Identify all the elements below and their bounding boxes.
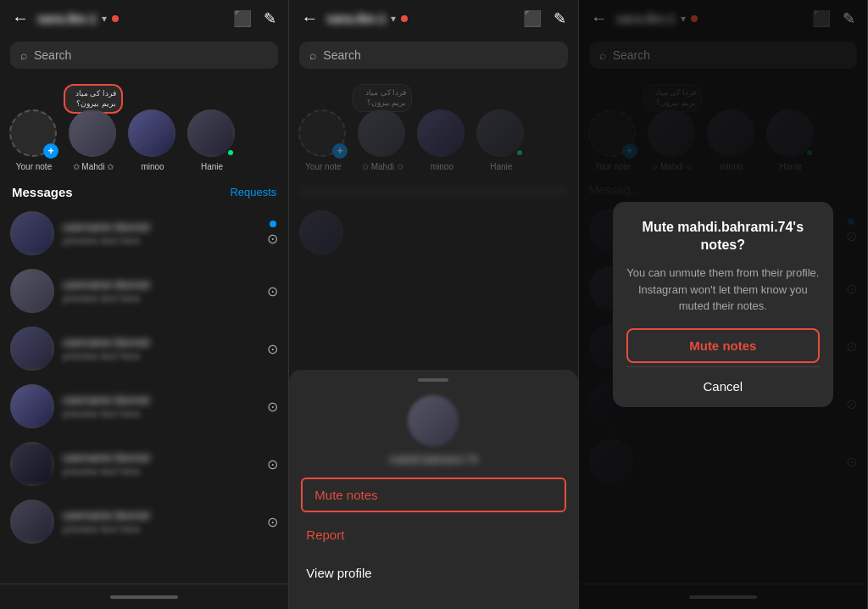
search-label-middle: Search [323, 48, 360, 62]
message-item[interactable]: username blurred preview text here ⊙ [0, 204, 288, 262]
mute-dialog: Mute mahdi.bahrami.74's notes? You can u… [613, 202, 833, 406]
minoo-avatar-wrap [128, 109, 177, 159]
requests-link[interactable]: Requests [230, 186, 276, 198]
video-icon[interactable]: ⬛ [233, 9, 252, 28]
message-avatar [10, 327, 54, 371]
back-button-middle[interactable]: ← [301, 8, 318, 28]
message-list-left: username blurred preview text here ⊙ use… [0, 204, 288, 584]
search-icon-middle: ⌕ [309, 48, 316, 62]
story-your-note[interactable]: + Your note [8, 109, 59, 171]
story-minoo[interactable]: minoo [127, 109, 178, 171]
message-name: username blurred [63, 221, 259, 233]
message-avatar [10, 500, 54, 544]
status-dot-middle [401, 15, 408, 22]
sheet-avatar-section: mahdi.bahrami.74 [289, 387, 577, 478]
camera-icon[interactable]: ⊙ [267, 456, 278, 472]
message-right: ⊙ [267, 283, 278, 299]
story-hanie[interactable]: Hanie [186, 109, 237, 171]
story-minoo-m[interactable]: minoo [416, 109, 467, 171]
add-btn-m[interactable]: + [332, 143, 348, 159]
message-item[interactable]: username blurred preview text here ⊙ [0, 493, 288, 550]
stories-row-middle: + Your note فردا کی میادبریم بیرون؟ ✩ Ma… [289, 75, 577, 178]
username-area-middle: sara.ibn.1 ▾ [326, 11, 514, 25]
story-hanie-m[interactable]: Hanie [476, 109, 526, 171]
message-item[interactable]: username blurred preview text here ⊙ [0, 320, 288, 377]
edit-icon[interactable]: ✎ [264, 9, 276, 28]
story-wrap-m: + [298, 109, 348, 159]
message-item[interactable]: username blurred preview text here ⊙ [0, 377, 288, 435]
dialog-body: You can unmute them from their profile. … [626, 265, 820, 315]
story-mahdi-m[interactable]: فردا کی میادبریم بیرون؟ ✩ Mahdi ✩ [357, 109, 408, 171]
message-preview: preview text here [63, 466, 259, 478]
story-mahdi[interactable]: فردا کی میادبریم بیرون؟ ✩ Mahdi ✩ [68, 109, 119, 171]
message-name: username blurred [63, 394, 259, 406]
add-story-button[interactable]: + [43, 143, 58, 159]
home-indicator [110, 595, 178, 599]
minoo-label: minoo [141, 162, 164, 171]
minoo-wrap-m [417, 109, 466, 159]
camera-icon[interactable]: ⊙ [267, 341, 278, 357]
dialog-divider [626, 366, 820, 367]
your-note-label: Your note [16, 162, 52, 171]
message-content: username blurred preview text here [63, 221, 259, 247]
message-avatar [10, 384, 54, 428]
camera-icon[interactable]: ⊙ [267, 399, 278, 415]
video-icon-middle[interactable]: ⬛ [523, 9, 542, 28]
edit-icon-middle[interactable]: ✎ [554, 9, 566, 28]
header-middle: ← sara.ibn.1 ▾ ⬛ ✎ [289, 0, 577, 36]
story-item-m[interactable]: + Your note [298, 109, 348, 171]
header-left: ← sara.ibn.1 ▾ ⬛ ✎ [0, 0, 288, 36]
message-content: username blurred preview text here [63, 336, 259, 362]
header-icons-middle: ⬛ ✎ [523, 9, 566, 28]
message-item[interactable]: username blurred preview text here ⊙ [0, 435, 288, 493]
sheet-handle [418, 378, 448, 382]
messages-title: Messages [12, 185, 73, 199]
unread-dot [270, 221, 276, 227]
message-name: username blurred [63, 451, 259, 464]
bottom-sheet: mahdi.bahrami.74 Mute notes Report View … [289, 370, 577, 609]
message-name: username blurred [63, 278, 259, 291]
note-bubble-m: فردا کی میادبریم بیرون؟ [353, 84, 412, 112]
status-dot [112, 15, 119, 22]
stories-row-left: + Your note فردا کی میادبریم بیرون؟ ✩ Ma… [0, 75, 288, 178]
message-preview: preview text here [63, 350, 259, 362]
message-right: ⊙ [267, 399, 278, 415]
message-preview: preview text here [63, 293, 259, 304]
your-note-avatar-wrap: + [9, 109, 58, 159]
mahdi-label: ✩ Mahdi ✩ [73, 162, 114, 171]
message-content: username blurred preview text here [63, 451, 259, 478]
hanie-wrap-m [476, 109, 526, 159]
search-bar-middle[interactable]: ⌕ Search [299, 42, 567, 69]
search-bar-left[interactable]: ⌕ Search [10, 42, 278, 69]
camera-icon[interactable]: ⊙ [267, 231, 278, 247]
username-left: sara.ibn.1 [37, 11, 97, 25]
sheet-options: Mute notes Report View profile [289, 478, 577, 609]
back-button[interactable]: ← [12, 8, 29, 28]
mute-notes-button[interactable]: Mute notes [301, 478, 565, 512]
report-button[interactable]: Report [289, 516, 577, 554]
message-content: username blurred preview text here [63, 278, 259, 304]
message-right: ⊙ [267, 514, 278, 530]
camera-icon[interactable]: ⊙ [267, 514, 278, 530]
message-right: ⊙ [267, 341, 278, 357]
camera-icon[interactable]: ⊙ [267, 283, 278, 299]
mahdi-avatar-wrap: فردا کی میادبریم بیرون؟ [69, 109, 118, 159]
username-area: sara.ibn.1 ▾ [37, 11, 225, 25]
message-name: username blurred [63, 509, 259, 522]
online-dot [226, 148, 235, 157]
hanie-label: Hanie [201, 162, 223, 171]
chevron-down-icon-middle[interactable]: ▾ [391, 13, 396, 25]
cancel-dialog-button[interactable]: Cancel [626, 371, 820, 402]
dialog-title: Mute mahdi.bahrami.74's notes? [626, 219, 820, 254]
mute-notes-confirm-button[interactable]: Mute notes [626, 328, 820, 363]
message-name: username blurred [63, 336, 259, 349]
message-avatar [10, 211, 54, 255]
messages-section-header: Messages Requests [0, 178, 288, 204]
view-profile-button[interactable]: View profile [289, 554, 577, 592]
mahdi-wrap-m: فردا کی میادبریم بیرون؟ [358, 109, 407, 159]
chevron-down-icon[interactable]: ▾ [102, 13, 107, 25]
search-icon-left: ⌕ [20, 48, 27, 62]
hanie-name-m: Hanie [490, 162, 512, 171]
mahdi-name-m: ✩ Mahdi ✩ [362, 162, 403, 171]
message-item[interactable]: username blurred preview text here ⊙ [0, 262, 288, 320]
